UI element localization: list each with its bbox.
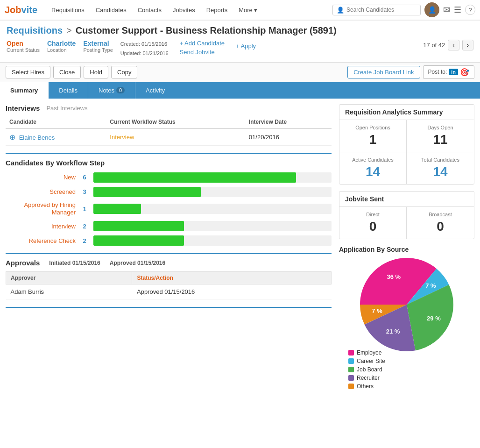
notes-badge: 0: [116, 87, 125, 93]
workflow-count-refcheck: 2: [79, 237, 90, 244]
nav-requisitions[interactable]: Requisitions: [46, 0, 90, 20]
posting-label: Posting Type: [83, 47, 113, 53]
workflow-title: Candidates By Workflow Step: [6, 159, 332, 167]
created-date: Created: 01/15/2016: [120, 40, 169, 49]
search-box[interactable]: 👤: [332, 5, 421, 15]
legend-item-recruiter: Recruiter: [348, 375, 385, 381]
prev-page-btn[interactable]: ‹: [448, 40, 459, 50]
tab-details[interactable]: Details: [49, 82, 88, 99]
interviews-table: Candidate Current Workflow Status Interv…: [6, 116, 332, 146]
search-icon: 👤: [337, 7, 344, 14]
legend-label-careersite: Career Site: [357, 358, 385, 364]
select-hires-button[interactable]: Select Hires: [6, 66, 50, 78]
workflow-label-refcheck[interactable]: Reference Check: [6, 237, 76, 244]
status-group: Open Current Status: [7, 40, 40, 53]
status-value: Open: [7, 40, 40, 47]
workflow-count-new: 6: [79, 174, 90, 181]
nav-candidates[interactable]: Candidates: [90, 0, 132, 20]
post-to-label: Post to:: [428, 69, 447, 75]
workflow-count-approved: 1: [79, 206, 90, 213]
left-panel: Interviews Past Interviews Candidate Cur…: [6, 104, 332, 390]
workflow-label-new[interactable]: New: [6, 174, 76, 181]
pie-label: 7 %: [425, 282, 436, 289]
mail-icon[interactable]: ✉: [443, 5, 450, 15]
legend-item-others: Others: [348, 383, 385, 390]
copy-button[interactable]: Copy: [111, 66, 137, 78]
workflow-label-interview[interactable]: Interview: [6, 223, 76, 230]
past-interviews-link[interactable]: Past Interviews: [46, 105, 87, 112]
pie-title: Application By Source: [339, 246, 474, 253]
workflow-label-screened[interactable]: Screened: [6, 188, 76, 195]
location-label: Location: [47, 47, 76, 53]
col-status-action: Status/Action: [132, 272, 332, 284]
list-icon[interactable]: ☰: [454, 5, 461, 15]
target-icon[interactable]: 🎯: [460, 68, 469, 77]
action-bar: Select Hires Close Hold Copy Create Job …: [0, 62, 480, 82]
breadcrumb-parent[interactable]: Requisitions: [7, 25, 63, 36]
jobvite-card: Jobvite Sent Direct 0 Broadcast 0: [339, 191, 474, 239]
tab-summary[interactable]: Summary: [0, 82, 49, 99]
workflow-row-4: Reference Check 2: [6, 235, 332, 246]
create-job-board-link-button[interactable]: Create Job Board Link: [347, 66, 420, 78]
interviews-section: Interviews Past Interviews Candidate Cur…: [6, 104, 332, 146]
cell-value-active: 14: [345, 164, 401, 179]
pagination-group: 17 of 42 ‹ ›: [423, 40, 473, 50]
apply-btn[interactable]: + Apply: [236, 40, 256, 53]
post-to-group: Post to: in 🎯: [423, 65, 474, 79]
help-icon[interactable]: ?: [465, 5, 475, 15]
nav-more[interactable]: More ▾: [233, 0, 263, 20]
logo[interactable]: Jobvite: [5, 5, 37, 15]
cell-label-active: Active Candidates: [345, 157, 401, 163]
jobvite-value-direct: 0: [345, 219, 401, 234]
analytics-grid: Open Positions 1 Days Open 11 Active Can…: [339, 120, 474, 184]
next-page-btn[interactable]: ›: [462, 40, 473, 50]
pie-label: 29 %: [427, 314, 441, 321]
legend-label-jobboard: Job Board: [357, 366, 382, 373]
analytics-cell-days-open: Days Open 11: [407, 120, 474, 152]
send-jobvite-btn[interactable]: Send Jobvite: [180, 49, 225, 56]
legend-label-recruiter: Recruiter: [357, 375, 380, 381]
date-cell: 01/20/2016: [245, 128, 332, 146]
status-cell: Interview: [106, 128, 245, 146]
location-value: Charlotte: [47, 40, 76, 47]
bar-approved: [93, 204, 141, 214]
candidate-add-icon[interactable]: ⊕: [9, 133, 15, 141]
nav-jobvites[interactable]: Jobvites: [167, 0, 201, 20]
legend-dot-jobboard: [348, 367, 354, 372]
jobvite-cell-direct: Direct 0: [339, 207, 407, 239]
close-button[interactable]: Close: [53, 66, 81, 78]
workflow-label-approved[interactable]: Approved by Hiring Manager: [6, 201, 76, 217]
approver-name: Adam Burris: [6, 284, 132, 299]
hold-button[interactable]: Hold: [84, 66, 108, 78]
bar-container-new: [93, 172, 332, 183]
legend-item-careersite: Career Site: [348, 358, 385, 364]
approval-row: Adam Burris Approved 01/15/2016: [6, 284, 332, 299]
tab-notes[interactable]: Notes 0: [88, 82, 135, 99]
search-input[interactable]: [346, 7, 416, 13]
jobvite-label-direct: Direct: [345, 212, 401, 217]
pie-container: 36 %7 %29 %21 %7 % Employee Career Site: [339, 258, 474, 390]
tab-notes-label: Notes: [99, 87, 114, 94]
col-candidate: Candidate: [6, 116, 106, 128]
bar-container-interview: [93, 221, 332, 231]
analytics-title: Requisition Analytics Summary: [339, 105, 474, 120]
cell-value-days: 11: [412, 132, 468, 147]
workflow-row-1: Screened 3: [6, 187, 332, 197]
linkedin-icon[interactable]: in: [449, 69, 458, 75]
nav-reports[interactable]: Reports: [201, 0, 233, 20]
breadcrumb: Requisitions > Customer Support - Busine…: [7, 25, 473, 36]
bar-refcheck: [93, 235, 184, 246]
workflow-count-interview: 2: [79, 223, 90, 230]
candidate-name-link[interactable]: Elaine Benes: [19, 134, 55, 141]
tab-activity[interactable]: Activity: [135, 82, 175, 99]
nav-contacts[interactable]: Contacts: [132, 0, 167, 20]
cell-label-days: Days Open: [412, 125, 468, 130]
add-candidate-btn[interactable]: + Add Candidate: [180, 40, 225, 47]
legend-dot-careersite: [348, 358, 354, 364]
workflow-status-link[interactable]: Interview: [110, 134, 134, 141]
approvals-title: Approvals: [6, 259, 40, 267]
workflow-row-0: New 6: [6, 172, 332, 183]
nav-right: 👤 👤 ✉ ☰ ?: [332, 2, 475, 17]
posting-group: External Posting Type: [83, 40, 113, 53]
avatar[interactable]: 👤: [424, 2, 439, 17]
